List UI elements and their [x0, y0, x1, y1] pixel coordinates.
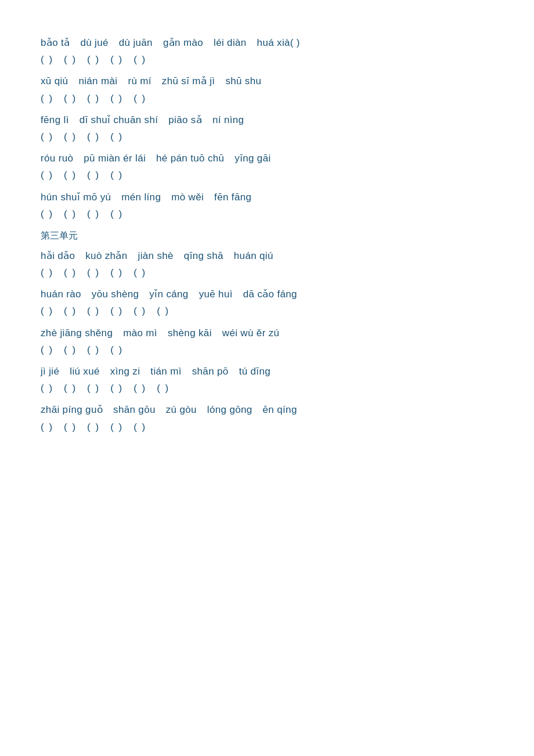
blank: ( ) [87, 129, 100, 145]
word: hé pán tuō chū [156, 150, 224, 166]
blank: ( ) [41, 91, 53, 106]
pinyin-row-1: bǎo tǎ dù jué dù juān gǎn mào léi diàn h… [41, 35, 493, 51]
blank: ( ) [110, 129, 123, 145]
pinyin-row-8: zhè jiāng shěng mào mì shèng kāi wéi wù … [41, 325, 493, 341]
blank: ( ) [64, 419, 77, 435]
blank: ( ) [41, 342, 53, 358]
word: gǎn mào [163, 35, 203, 51]
blank: ( ) [64, 380, 77, 396]
word: shān pō [192, 363, 229, 379]
blank: ( ) [110, 52, 123, 67]
blank: ( ) [87, 167, 100, 183]
section-3: fēng lì dī shuǐ chuān shí piāo sǎ ní nìn… [41, 112, 493, 145]
blank: ( ) [157, 303, 169, 319]
word: xìng zi [110, 363, 140, 379]
blank-row-10: ( ) ( ) ( ) ( ) ( ) [41, 419, 493, 435]
blank: ( ) [41, 380, 53, 396]
word: ní nìng [212, 112, 244, 128]
pinyin-row-10: zhāi píng guǒ shān gōu zú gòu lóng gōng … [41, 402, 493, 417]
blank: ( ) [110, 303, 123, 319]
section-5: hún shuǐ mō yú mén líng mò wěi fēn fāng … [41, 189, 493, 222]
word: nián mài [78, 73, 117, 89]
blank: ( ) [157, 380, 169, 396]
word: shèng kāi [168, 325, 212, 341]
pinyin-row-6: hǎi dǎo kuò zhǎn jiàn shè qīng shā huán … [41, 248, 493, 264]
word: dā cǎo fáng [243, 286, 297, 302]
word: fēn fāng [214, 189, 251, 205]
word: jì jié [41, 363, 59, 379]
word: zhāi píng guǒ [41, 402, 103, 417]
pinyin-row-3: fēng lì dī shuǐ chuān shí piāo sǎ ní nìn… [41, 112, 493, 128]
blank: ( ) [64, 52, 77, 67]
word: tián mì [150, 363, 181, 379]
blank: ( ) [110, 167, 123, 183]
blank: ( ) [110, 206, 123, 222]
word: huán rào [41, 286, 81, 302]
blank: ( ) [41, 303, 53, 319]
blank: ( ) [87, 265, 100, 280]
section-4: róu ruò pū miàn ér lái hé pán tuō chū yī… [41, 150, 493, 183]
blank: ( ) [41, 265, 53, 280]
word: shū shu [225, 73, 261, 89]
word: dù jué [80, 35, 108, 51]
word: hún shuǐ mō yú [41, 189, 111, 205]
word: liú xué [70, 363, 100, 379]
blank: ( ) [64, 303, 77, 319]
pinyin-row-7: huán rào yōu shèng yǐn cáng yuē huì dā c… [41, 286, 493, 302]
section-title: 第三单元 [41, 230, 493, 242]
word: yuē huì [199, 286, 233, 302]
blank-row-5: ( ) ( ) ( ) ( ) [41, 206, 493, 222]
word: qīng shā [184, 248, 223, 264]
blank: ( ) [110, 91, 123, 106]
blank: ( ) [87, 419, 100, 435]
blank-row-7: ( ) ( ) ( ) ( ) ( ) ( ) [41, 303, 493, 319]
word: zhè jiāng shěng [41, 325, 113, 341]
word: zhū sī mǎ jì [162, 73, 215, 89]
blank: ( ) [110, 265, 123, 280]
pinyin-row-9: jì jié liú xué xìng zi tián mì shān pō t… [41, 363, 493, 379]
pinyin-row-5: hún shuǐ mō yú mén líng mò wěi fēn fāng [41, 189, 493, 205]
word: mò wěi [171, 189, 204, 205]
word: wéi wù ěr zú [222, 325, 280, 341]
blank: ( ) [134, 91, 146, 106]
word: bǎo tǎ [41, 35, 70, 51]
blank: ( ) [134, 303, 146, 319]
blank: ( ) [64, 167, 77, 183]
pinyin-row-4: róu ruò pū miàn ér lái hé pán tuō chū yī… [41, 150, 493, 166]
word: róu ruò [41, 150, 73, 166]
word: zú gòu [166, 402, 197, 417]
blank: ( ) [87, 380, 100, 396]
blank-row-8: ( ) ( ) ( ) ( ) [41, 342, 493, 358]
section-9: jì jié liú xué xìng zi tián mì shān pō t… [41, 363, 493, 396]
word: huán qiú [234, 248, 273, 264]
blank-row-9: ( ) ( ) ( ) ( ) ( ) ( ) [41, 380, 493, 396]
blank: ( ) [110, 380, 123, 396]
word: yīng gāi [234, 150, 270, 166]
word: piāo sǎ [168, 112, 202, 128]
blank: ( ) [134, 380, 146, 396]
pinyin-row-2: xū qiú nián mài rù mí zhū sī mǎ jì shū s… [41, 73, 493, 89]
word: huá xià( ) [257, 35, 300, 51]
word: tú dīng [239, 363, 270, 379]
blank: ( ) [110, 419, 123, 435]
blank: ( ) [64, 342, 77, 358]
blank: ( ) [64, 91, 77, 106]
word: hǎi dǎo [41, 248, 75, 264]
blank: ( ) [134, 52, 146, 67]
blank: ( ) [64, 206, 77, 222]
word: mào mì [123, 325, 157, 341]
blank: ( ) [134, 265, 146, 280]
word: kuò zhǎn [85, 248, 127, 264]
word: fēng lì [41, 112, 69, 128]
word: xū qiú [41, 73, 68, 89]
word: jiàn shè [138, 248, 174, 264]
word: mén líng [121, 189, 161, 205]
blank-row-6: ( ) ( ) ( ) ( ) ( ) [41, 265, 493, 280]
blank: ( ) [134, 419, 146, 435]
blank: ( ) [110, 342, 123, 358]
blank: ( ) [64, 265, 77, 280]
section-1: bǎo tǎ dù jué dù juān gǎn mào léi diàn h… [41, 35, 493, 67]
blank: ( ) [41, 129, 53, 145]
main-content: bǎo tǎ dù jué dù juān gǎn mào léi diàn h… [41, 35, 493, 435]
blank: ( ) [87, 206, 100, 222]
